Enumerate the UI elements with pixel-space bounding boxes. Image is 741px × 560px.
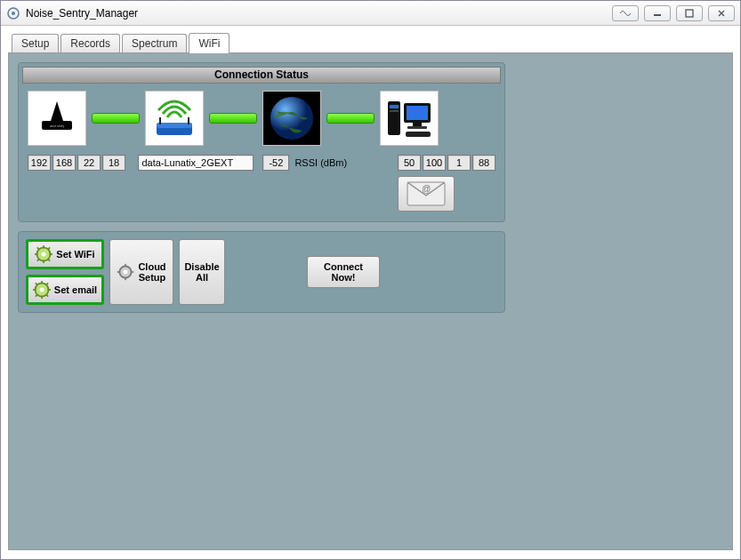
tab-bar: Setup Records Spectrum WiFi [12,33,733,52]
device-ip-octet-1: 192 [28,155,51,171]
svg-rect-25 [50,253,52,255]
app-icon [6,6,20,20]
cloud-setup-label: Cloud Setup [138,261,165,283]
set-email-button[interactable]: Set email [26,275,104,305]
device-ip-octet-2: 168 [52,155,76,171]
svg-point-1 [12,12,15,15]
router-icon [145,91,204,146]
set-email-label: Set email [54,284,97,295]
server-ip-octet-3: 1 [447,155,471,171]
help-button[interactable] [612,5,639,21]
window-title: Noise_Sentry_Manager [26,7,138,20]
gear-icon [33,281,51,299]
svg-rect-12 [390,105,399,108]
server-icon [380,91,439,146]
svg-rect-15 [407,106,428,120]
tab-wifi[interactable]: WiFi [189,33,230,53]
link-internet-server [326,113,375,124]
sensor-icon: noise sentry [28,91,86,146]
svg-rect-16 [413,123,422,126]
tab-records[interactable]: Records [60,34,120,52]
rssi-value: -52 [262,155,289,171]
server-ip: 50 100 1 88 [398,155,495,171]
svg-rect-3 [686,10,693,17]
connect-now-label: Connect Now! [324,261,363,283]
tab-setup[interactable]: Setup [12,34,59,52]
svg-rect-9 [188,117,189,124]
titlebar: Noise_Sentry_Manager [1,1,740,26]
svg-rect-42 [125,264,127,267]
wifi-tab-content: Connection Status noise sentry [8,52,733,550]
svg-rect-22 [44,245,45,248]
gear-icon [117,263,134,281]
set-wifi-label: Set WiFi [56,249,94,260]
connection-status-panel: Connection Status noise sentry [18,62,505,222]
rssi-label: RSSI (dBm) [294,157,347,168]
server-ip-octet-2: 100 [423,155,446,171]
svg-rect-18 [406,132,431,137]
svg-point-30 [42,252,46,257]
cloud-setup-button[interactable]: Cloud Setup [109,239,173,305]
server-ip-octet-4: 88 [472,155,495,171]
svg-rect-45 [131,271,133,273]
svg-rect-33 [41,296,43,299]
svg-point-46 [124,270,128,275]
svg-rect-2 [654,14,661,16]
app-body: Setup Records Spectrum WiFi Connection S… [1,26,740,559]
controls-panel: Set WiFi Set email [18,231,505,313]
svg-rect-24 [35,253,37,255]
close-button[interactable] [708,5,735,21]
svg-text:@: @ [422,184,431,194]
svg-rect-35 [48,289,51,291]
tab-spectrum[interactable]: Spectrum [122,34,187,52]
device-ip-octet-4: 18 [102,155,125,171]
connection-diagram: noise sentry [22,89,501,148]
svg-rect-34 [33,289,36,291]
svg-rect-13 [390,110,399,112]
gear-icon [35,245,52,263]
email-status-button[interactable]: @ [398,176,455,212]
device-ip: 192 168 22 18 [28,155,138,171]
svg-point-40 [39,288,44,292]
connect-now-button[interactable]: Connect Now! [307,256,380,288]
svg-rect-8 [159,117,161,124]
set-wifi-button[interactable]: Set WiFi [26,239,104,269]
svg-text:noise sentry: noise sentry [50,124,65,128]
link-router-internet [209,113,257,124]
disable-all-button[interactable]: Disable All [179,239,225,305]
maximize-button[interactable] [676,5,703,21]
app-window: Noise_Sentry_Manager Setup Records Spect… [0,0,741,560]
device-ip-octet-3: 22 [77,155,101,171]
svg-rect-7 [157,123,192,128]
disable-all-label: Disable All [184,261,219,283]
svg-rect-23 [44,260,45,263]
server-ip-octet-1: 50 [398,155,421,171]
minimize-button[interactable] [644,5,671,21]
link-sensor-router [92,113,140,124]
svg-rect-17 [407,126,427,129]
ssid-field: data-Lunatix_2GEXT [138,155,254,171]
svg-rect-43 [125,277,127,280]
internet-icon [262,91,321,146]
mail-icon: @ [407,181,446,206]
svg-rect-32 [41,281,43,284]
svg-rect-44 [117,271,120,273]
connection-status-title: Connection Status [22,67,501,84]
